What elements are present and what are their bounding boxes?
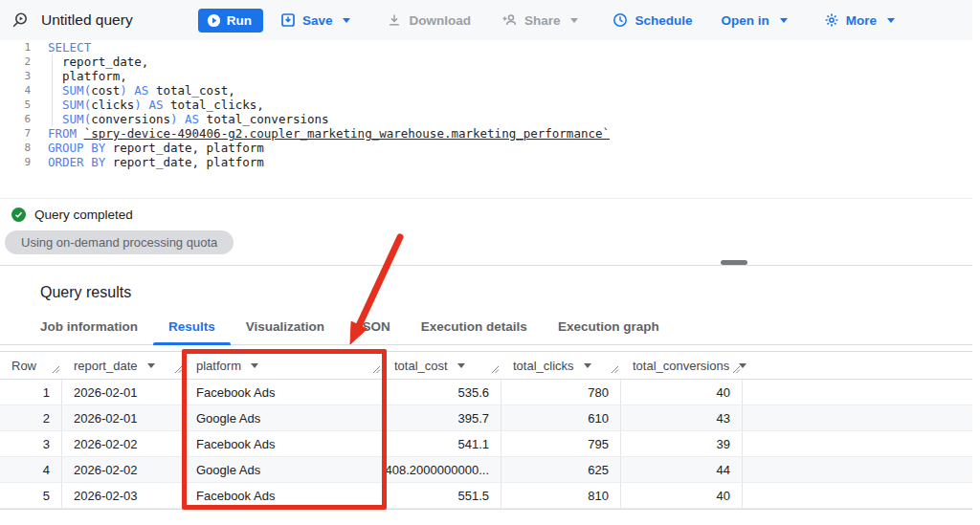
panel-resize-handle[interactable] bbox=[721, 260, 747, 265]
line-number: 4 bbox=[0, 83, 31, 98]
cell-total_conversions: 40 bbox=[621, 380, 743, 405]
cell-platform: Google Ads bbox=[185, 405, 383, 430]
results-tab-bar: Job informationResultsVisualizationJSONE… bbox=[0, 314, 972, 345]
tab-job-information[interactable]: Job information bbox=[25, 319, 153, 344]
row-filler bbox=[743, 457, 972, 482]
column-resize-handle[interactable] bbox=[491, 362, 500, 377]
line-number: 8 bbox=[0, 141, 31, 155]
row-filler bbox=[743, 380, 972, 405]
sql-text: SUM(clicks) AS total_clicks, bbox=[31, 98, 264, 112]
cell-report_date: 2026-02-01 bbox=[62, 405, 185, 430]
column-header-total_clicks[interactable]: total_clicks bbox=[501, 352, 621, 379]
cell-total_clicks: 795 bbox=[501, 431, 621, 456]
run-button[interactable]: Run bbox=[198, 9, 263, 33]
sql-editor[interactable]: 1SELECT2 report_date,3 platform,4 SUM(co… bbox=[0, 40, 972, 199]
cell-total_conversions: 40 bbox=[621, 483, 743, 508]
share-caret-icon bbox=[570, 18, 578, 23]
line-number: 7 bbox=[0, 126, 31, 141]
sql-text: SUM(cost) AS total_cost, bbox=[31, 83, 235, 98]
column-header-total_conversions[interactable]: total_conversions bbox=[621, 352, 743, 379]
open-in-button[interactable]: Open in bbox=[721, 13, 787, 28]
column-menu-icon[interactable] bbox=[251, 363, 258, 368]
cell-row: 3 bbox=[0, 431, 62, 456]
results-heading: Query results bbox=[40, 284, 972, 301]
cell-total_clicks: 625 bbox=[501, 457, 621, 482]
clock-icon bbox=[612, 12, 628, 28]
tab-json[interactable]: JSON bbox=[340, 319, 406, 344]
column-resize-handle[interactable] bbox=[611, 362, 619, 377]
sql-text: SUM(conversions) AS total_conversions bbox=[31, 112, 329, 126]
sql-line: 5 SUM(clicks) AS total_clicks, bbox=[0, 98, 972, 112]
sql-text: report_date, bbox=[31, 55, 148, 69]
tab-visualization[interactable]: Visualization bbox=[231, 319, 340, 344]
download-button[interactable]: Download bbox=[387, 12, 471, 28]
row-filler bbox=[743, 405, 972, 430]
table-row: 12026-02-01Facebook Ads535.678040 bbox=[0, 380, 972, 405]
line-number: 1 bbox=[0, 40, 31, 55]
query-results-panel: Query results Job informationResultsVisu… bbox=[0, 267, 972, 510]
cell-report_date: 2026-02-02 bbox=[62, 431, 185, 456]
results-table: Rowreport_dateplatformtotal_costtotal_cl… bbox=[0, 351, 972, 510]
cell-platform: Google Ads bbox=[185, 457, 383, 482]
column-resize-handle[interactable] bbox=[52, 362, 60, 377]
column-menu-icon[interactable] bbox=[457, 363, 465, 368]
person-add-icon bbox=[501, 12, 518, 28]
column-label: total_conversions bbox=[633, 359, 729, 373]
query-title[interactable]: Untitled query bbox=[41, 11, 133, 29]
sql-line: 8GROUP BY report_date, platform bbox=[0, 141, 972, 155]
cell-row: 1 bbox=[0, 380, 62, 405]
query-magnifier-icon bbox=[11, 11, 29, 29]
quota-badge: Using on-demand processing quota bbox=[5, 230, 234, 254]
check-circle-icon bbox=[11, 208, 26, 222]
schedule-button[interactable]: Schedule bbox=[612, 12, 692, 28]
sql-line: 3 platform, bbox=[0, 69, 972, 83]
sql-line: 7FROM `spry-device-490406-g2.coupler_mar… bbox=[0, 126, 972, 141]
column-label: Row bbox=[11, 359, 36, 373]
line-number: 6 bbox=[0, 112, 31, 126]
cell-report_date: 2026-02-02 bbox=[62, 457, 185, 482]
sql-line: 1SELECT bbox=[0, 40, 972, 55]
sql-text: GROUP BY report_date, platform bbox=[31, 141, 264, 155]
cell-platform: Facebook Ads bbox=[185, 483, 383, 508]
sql-line: 9ORDER BY report_date, platform bbox=[0, 155, 972, 169]
tab-execution-graph[interactable]: Execution graph bbox=[543, 319, 675, 344]
column-menu-icon[interactable] bbox=[147, 363, 155, 368]
save-button[interactable]: Save bbox=[280, 12, 351, 28]
column-header-report_date[interactable]: report_date bbox=[62, 352, 185, 379]
save-icon bbox=[280, 12, 296, 28]
cell-total_cost: 535.6 bbox=[383, 380, 501, 405]
run-play-icon bbox=[207, 13, 221, 28]
tab-results[interactable]: Results bbox=[153, 319, 231, 344]
cell-total_cost: 395.7 bbox=[383, 405, 501, 430]
cell-total_clicks: 810 bbox=[501, 483, 621, 508]
open-in-caret-icon bbox=[780, 18, 788, 23]
column-menu-icon[interactable] bbox=[584, 363, 591, 368]
more-button[interactable]: More bbox=[824, 12, 895, 28]
cell-total_cost: 541.1 bbox=[383, 431, 501, 456]
sql-text: SELECT bbox=[31, 40, 91, 55]
row-filler bbox=[743, 483, 972, 508]
column-label: total_clicks bbox=[513, 359, 574, 373]
more-caret-icon bbox=[887, 18, 895, 23]
column-header-total_cost[interactable]: total_cost bbox=[383, 352, 501, 379]
line-number: 2 bbox=[0, 55, 31, 69]
column-header-platform[interactable]: platform bbox=[185, 352, 383, 379]
table-row: 22026-02-01Google Ads395.761043 bbox=[0, 405, 972, 431]
column-header-row[interactable]: Row bbox=[0, 352, 62, 379]
sql-text: FROM `spry-device-490406-g2.coupler_mark… bbox=[31, 126, 610, 141]
save-caret-icon bbox=[343, 18, 350, 23]
share-button[interactable]: Share bbox=[501, 12, 579, 28]
sql-line: 4 SUM(cost) AS total_cost, bbox=[0, 83, 972, 98]
line-number: 9 bbox=[0, 155, 31, 169]
column-label: total_cost bbox=[394, 359, 448, 373]
cell-row: 5 bbox=[0, 483, 62, 508]
query-toolbar: Untitled query Run Save Download Share bbox=[0, 0, 972, 40]
column-resize-handle[interactable] bbox=[372, 362, 381, 377]
column-label: report_date bbox=[74, 359, 138, 373]
table-row: 42026-02-02Google Ads408.2000000000...62… bbox=[0, 457, 972, 483]
column-resize-handle[interactable] bbox=[174, 362, 183, 377]
tab-execution-details[interactable]: Execution details bbox=[406, 319, 543, 344]
cell-total_conversions: 39 bbox=[621, 431, 743, 456]
column-resize-handle[interactable] bbox=[732, 362, 741, 377]
query-status-row: Query completed bbox=[11, 208, 133, 222]
